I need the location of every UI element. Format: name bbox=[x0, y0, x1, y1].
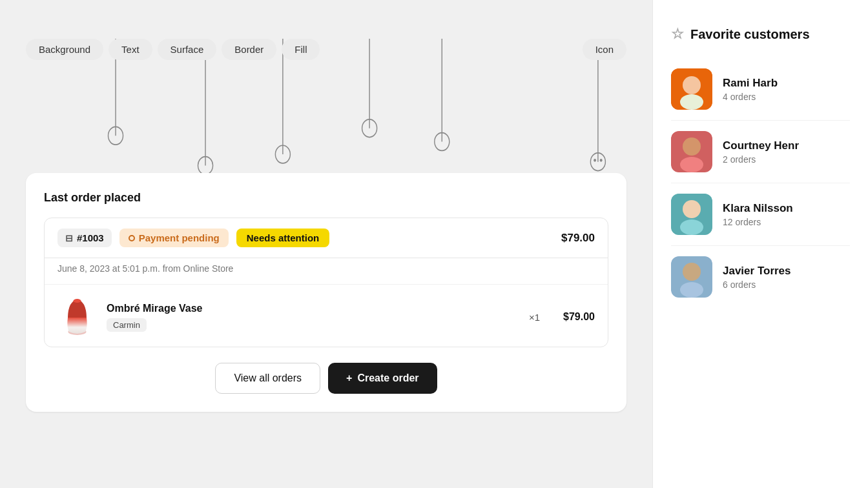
avatar-face-javier bbox=[671, 256, 712, 298]
sidebar: ☆ Favorite customers Rami Harb 4 orders bbox=[652, 0, 868, 488]
sidebar-title: Favorite customers bbox=[690, 27, 810, 42]
customer-name-klara: Klara Nilsson bbox=[723, 202, 793, 215]
product-qty: ×1 bbox=[529, 312, 540, 323]
sidebar-header: ☆ Favorite customers bbox=[671, 26, 850, 43]
product-name: Ombré Mirage Vase bbox=[107, 303, 519, 314]
status-pending-badge: Payment pending bbox=[119, 229, 229, 247]
avatar-klara bbox=[671, 194, 712, 235]
token-background[interactable]: Background bbox=[26, 39, 103, 60]
order-card: Last order placed ⊟ #1003 Payment pendin… bbox=[26, 173, 626, 412]
svg-point-26 bbox=[683, 263, 701, 281]
order-item-row: Ombré Mirage Vase Carmin ×1 $79.00 bbox=[45, 287, 608, 347]
customer-info-klara: Klara Nilsson 12 orders bbox=[723, 202, 793, 227]
main-area: Background Text Surface Border Fill Icon bbox=[0, 0, 652, 488]
customer-item-rami[interactable]: Rami Harb 4 orders bbox=[671, 61, 850, 117]
token-fill[interactable]: Fill bbox=[282, 39, 320, 60]
star-icon: ☆ bbox=[671, 26, 684, 43]
token-row: Background Text Surface Border Fill Icon bbox=[26, 39, 626, 60]
order-divider bbox=[45, 284, 608, 285]
status-attention-label: Needs attention bbox=[247, 232, 320, 243]
svg-point-24 bbox=[680, 219, 703, 235]
status-attention-badge: Needs attention bbox=[236, 229, 330, 247]
svg-point-27 bbox=[680, 282, 703, 298]
order-date: June 8, 2023 at 5:01 p.m. from Online St… bbox=[45, 258, 608, 281]
product-image bbox=[57, 298, 96, 336]
customer-name-courtney: Courtney Henr bbox=[723, 139, 799, 152]
customer-orders-klara: 12 orders bbox=[723, 217, 793, 227]
token-surface[interactable]: Surface bbox=[158, 39, 217, 60]
divider-2 bbox=[671, 183, 850, 183]
create-order-button[interactable]: + Create order bbox=[328, 363, 437, 394]
avatar-courtney bbox=[671, 131, 712, 172]
order-row: ⊟ #1003 Payment pending Needs attention … bbox=[44, 218, 608, 347]
svg-point-17 bbox=[683, 76, 701, 94]
order-id: #1003 bbox=[77, 232, 104, 243]
customer-info-javier: Javier Torres 6 orders bbox=[723, 265, 791, 290]
svg-point-20 bbox=[683, 137, 701, 156]
order-header: ⊟ #1003 Payment pending Needs attention … bbox=[45, 218, 608, 258]
customer-orders-rami: 4 orders bbox=[723, 92, 778, 102]
status-dot bbox=[129, 235, 135, 241]
action-buttons: View all orders + Create order bbox=[44, 363, 608, 394]
avatar-javier bbox=[671, 256, 712, 298]
customer-name-rami: Rami Harb bbox=[723, 77, 778, 90]
divider-3 bbox=[671, 245, 850, 246]
avatar-face-rami bbox=[671, 68, 712, 110]
product-price: $79.00 bbox=[563, 311, 595, 323]
svg-point-15 bbox=[73, 299, 81, 303]
vase-icon bbox=[63, 298, 92, 336]
svg-point-23 bbox=[683, 200, 701, 218]
avatar-face-courtney bbox=[671, 131, 712, 172]
order-icon: ⊟ bbox=[65, 233, 73, 243]
customer-orders-javier: 6 orders bbox=[723, 280, 791, 290]
customer-info-rami: Rami Harb 4 orders bbox=[723, 77, 778, 102]
status-pending-label: Payment pending bbox=[139, 232, 220, 243]
divider-1 bbox=[671, 120, 850, 121]
svg-point-21 bbox=[680, 157, 703, 172]
order-card-title: Last order placed bbox=[44, 191, 608, 205]
create-order-label: Create order bbox=[357, 372, 418, 384]
avatar-rami bbox=[671, 68, 712, 110]
order-id-badge[interactable]: ⊟ #1003 bbox=[57, 229, 112, 247]
customer-item-courtney[interactable]: Courtney Henr 2 orders bbox=[671, 123, 850, 180]
customer-name-javier: Javier Torres bbox=[723, 265, 791, 278]
product-variant: Carmin bbox=[107, 318, 147, 332]
order-amount: $79.00 bbox=[561, 232, 595, 245]
view-all-orders-button[interactable]: View all orders bbox=[215, 363, 320, 394]
product-info: Ombré Mirage Vase Carmin bbox=[107, 303, 519, 332]
avatar-face-klara bbox=[671, 194, 712, 235]
token-text[interactable]: Text bbox=[108, 39, 152, 60]
token-border[interactable]: Border bbox=[222, 39, 276, 60]
customer-item-klara[interactable]: Klara Nilsson 12 orders bbox=[671, 186, 850, 243]
token-icon[interactable]: Icon bbox=[583, 39, 626, 60]
create-order-prefix: + bbox=[346, 372, 352, 384]
customer-info-courtney: Courtney Henr 2 orders bbox=[723, 139, 799, 165]
customer-item-javier[interactable]: Javier Torres 6 orders bbox=[671, 249, 850, 305]
customer-orders-courtney: 2 orders bbox=[723, 154, 799, 165]
svg-point-18 bbox=[680, 94, 703, 110]
